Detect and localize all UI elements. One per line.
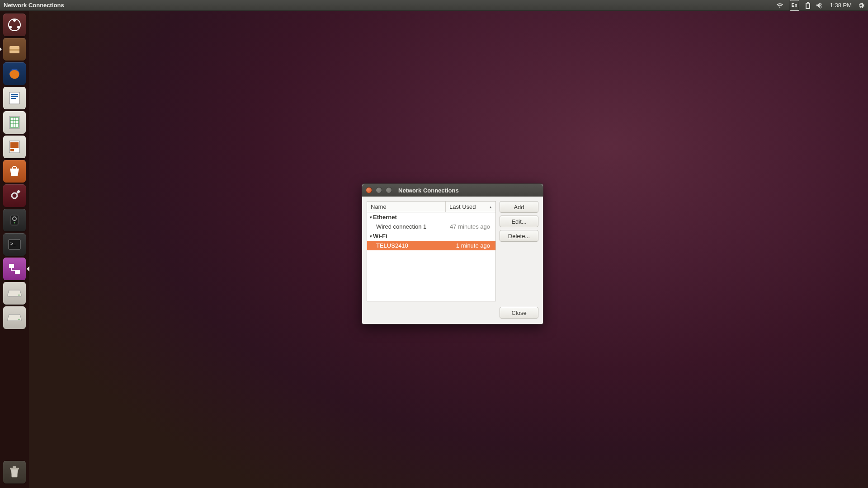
- launcher-trash-icon[interactable]: [3, 461, 26, 483]
- column-name[interactable]: Name: [367, 202, 446, 212]
- launcher-writer-icon[interactable]: [3, 87, 26, 109]
- svg-point-1: [13, 19, 16, 22]
- volume-indicator-icon[interactable]: [816, 0, 824, 11]
- minimize-icon[interactable]: [376, 187, 382, 193]
- svg-rect-27: [9, 264, 14, 268]
- launcher-backup-icon[interactable]: [3, 209, 26, 231]
- launcher-drive-icon[interactable]: [3, 282, 26, 305]
- dialog-action-buttons: Add Edit... Delete...: [500, 201, 538, 301]
- edit-button[interactable]: Edit...: [500, 216, 538, 227]
- session-gear-icon[interactable]: [858, 0, 864, 11]
- svg-rect-19: [10, 149, 14, 151]
- connection-name: Wired connection 1: [376, 223, 443, 230]
- battery-indicator-icon[interactable]: [806, 0, 810, 11]
- dialog-title: Network Connections: [398, 187, 459, 194]
- delete-button[interactable]: Delete...: [500, 230, 538, 242]
- svg-rect-5: [9, 49, 19, 51]
- sort-indicator-icon: ▴: [490, 205, 492, 209]
- svg-point-29: [19, 295, 20, 296]
- svg-rect-18: [10, 142, 19, 148]
- close-button[interactable]: Close: [500, 307, 538, 319]
- group-label: Wi-Fi: [373, 233, 387, 239]
- svg-rect-10: [11, 98, 16, 99]
- connection-last-used: 1 minute ago: [443, 242, 493, 249]
- svg-point-24: [14, 222, 15, 224]
- dialog-titlebar[interactable]: Network Connections: [362, 184, 543, 197]
- column-last-used-label: Last Used: [449, 203, 476, 210]
- group-ethernet[interactable]: ▾ Ethernet: [367, 212, 495, 222]
- svg-rect-11: [9, 117, 19, 128]
- launcher-drive-icon[interactable]: [3, 306, 26, 329]
- svg-text:>_: >_: [10, 241, 16, 246]
- svg-point-30: [19, 319, 20, 320]
- connection-name: TELUS2410: [376, 242, 443, 249]
- svg-point-2: [9, 26, 12, 28]
- launcher-network-connections-icon[interactable]: [3, 258, 26, 280]
- svg-rect-9: [11, 96, 18, 97]
- maximize-icon[interactable]: [386, 187, 392, 193]
- launcher-impress-icon[interactable]: [3, 136, 26, 158]
- launcher-terminal-icon[interactable]: >_: [3, 233, 26, 256]
- connection-row[interactable]: Wired connection 1 47 minutes ago: [367, 222, 495, 231]
- svg-rect-8: [11, 94, 18, 95]
- list-header: Name Last Used ▴: [367, 201, 496, 212]
- clock[interactable]: 1:38 PM: [830, 2, 852, 9]
- chevron-down-icon: ▾: [370, 215, 372, 220]
- svg-rect-31: [10, 468, 19, 469]
- connection-last-used: 47 minutes ago: [443, 223, 493, 230]
- network-indicator-icon[interactable]: [776, 0, 783, 11]
- keyboard-language-indicator[interactable]: En: [790, 0, 799, 11]
- launcher-software-center-icon[interactable]: [3, 160, 26, 183]
- launcher-firefox-icon[interactable]: [3, 62, 26, 85]
- close-icon[interactable]: [366, 187, 372, 193]
- unity-launcher: >_: [0, 11, 29, 488]
- top-menubar: Network Connections En 1:38 PM: [0, 0, 868, 11]
- launcher-files-icon[interactable]: [3, 38, 26, 61]
- group-label: Ethernet: [373, 214, 397, 221]
- add-button[interactable]: Add: [500, 201, 538, 213]
- launcher-settings-icon[interactable]: [3, 184, 26, 207]
- connection-row[interactable]: TELUS2410 1 minute ago: [367, 241, 495, 250]
- chevron-down-icon: ▾: [370, 234, 372, 239]
- active-app-title: Network Connections: [4, 2, 64, 9]
- connections-list: Name Last Used ▴ ▾ Ethernet Wired connec…: [367, 201, 496, 301]
- group-wifi[interactable]: ▾ Wi-Fi: [367, 231, 495, 241]
- list-body[interactable]: ▾ Ethernet Wired connection 1 47 minutes…: [367, 212, 496, 301]
- svg-point-3: [17, 26, 20, 28]
- launcher-calc-icon[interactable]: [3, 111, 26, 134]
- column-last-used[interactable]: Last Used ▴: [446, 202, 495, 212]
- network-connections-dialog: Network Connections Name Last Used ▴ ▾ E…: [362, 183, 543, 324]
- launcher-dash-icon[interactable]: [3, 14, 26, 36]
- svg-rect-32: [13, 466, 16, 468]
